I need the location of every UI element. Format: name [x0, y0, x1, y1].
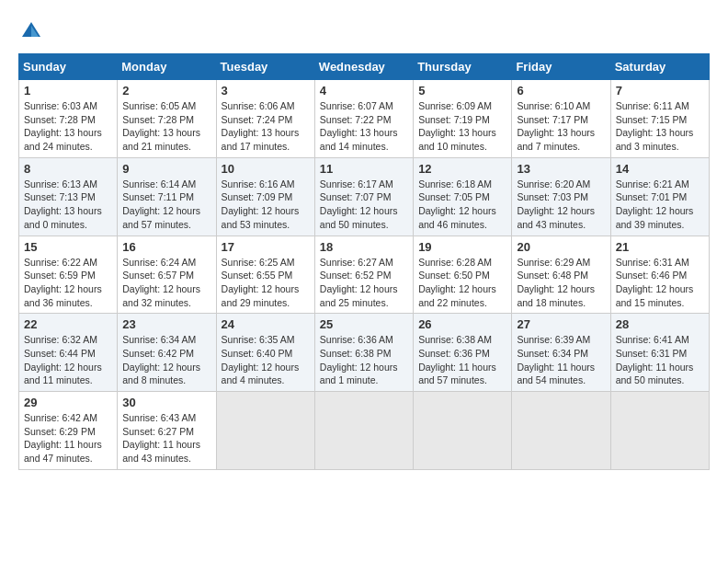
calendar-cell: 24 Sunrise: 6:35 AMSunset: 6:40 PMDaylig… — [216, 314, 314, 392]
calendar-cell: 14 Sunrise: 6:21 AMSunset: 7:01 PMDaylig… — [610, 157, 709, 236]
logo-icon — [18, 18, 44, 44]
day-number: 4 — [320, 84, 408, 98]
calendar-cell: 4 Sunrise: 6:07 AMSunset: 7:22 PMDayligh… — [314, 80, 413, 158]
day-detail: Sunrise: 6:34 AMSunset: 6:42 PMDaylight:… — [122, 334, 200, 385]
day-detail: Sunrise: 6:28 AMSunset: 6:50 PMDaylight:… — [418, 257, 496, 308]
calendar-cell: 10 Sunrise: 6:16 AMSunset: 7:09 PMDaylig… — [216, 157, 314, 236]
day-detail: Sunrise: 6:07 AMSunset: 7:22 PMDaylight:… — [320, 100, 398, 152]
day-detail: Sunrise: 6:39 AMSunset: 6:34 PMDaylight:… — [517, 334, 595, 385]
calendar-cell: 26 Sunrise: 6:38 AMSunset: 6:36 PMDaylig… — [414, 314, 512, 392]
day-number: 15 — [24, 240, 112, 254]
day-number: 17 — [222, 240, 310, 254]
day-number: 19 — [418, 240, 506, 254]
calendar-week-3: 15 Sunrise: 6:22 AMSunset: 6:59 PMDaylig… — [19, 236, 710, 314]
calendar-cell: 28 Sunrise: 6:41 AMSunset: 6:31 PMDaylig… — [610, 314, 709, 392]
day-detail: Sunrise: 6:10 AMSunset: 7:17 PMDaylight:… — [517, 100, 595, 152]
calendar-cell — [216, 392, 314, 470]
calendar-cell — [610, 392, 709, 470]
day-number: 12 — [418, 162, 506, 176]
day-detail: Sunrise: 6:21 AMSunset: 7:01 PMDaylight:… — [616, 178, 694, 230]
day-detail: Sunrise: 6:06 AMSunset: 7:24 PMDaylight:… — [222, 100, 300, 152]
day-detail: Sunrise: 6:41 AMSunset: 6:31 PMDaylight:… — [616, 334, 694, 385]
day-number: 8 — [24, 162, 112, 176]
calendar-body: 1 Sunrise: 6:03 AMSunset: 7:28 PMDayligh… — [19, 80, 710, 470]
day-number: 3 — [222, 84, 310, 98]
calendar-cell: 9 Sunrise: 6:14 AMSunset: 7:11 PMDayligh… — [118, 157, 216, 236]
calendar-week-2: 8 Sunrise: 6:13 AMSunset: 7:13 PMDayligh… — [19, 157, 710, 236]
day-detail: Sunrise: 6:03 AMSunset: 7:28 PMDaylight:… — [24, 100, 102, 152]
day-detail: Sunrise: 6:20 AMSunset: 7:03 PMDaylight:… — [517, 178, 595, 230]
calendar-cell: 6 Sunrise: 6:10 AMSunset: 7:17 PMDayligh… — [512, 80, 610, 158]
calendar-cell: 16 Sunrise: 6:24 AMSunset: 6:57 PMDaylig… — [118, 236, 216, 314]
day-number: 24 — [222, 317, 310, 331]
calendar-table: SundayMondayTuesdayWednesdayThursdayFrid… — [18, 53, 710, 470]
day-number: 30 — [122, 396, 210, 409]
day-detail: Sunrise: 6:24 AMSunset: 6:57 PMDaylight:… — [122, 257, 200, 308]
day-number: 14 — [616, 162, 704, 176]
calendar-cell: 5 Sunrise: 6:09 AMSunset: 7:19 PMDayligh… — [414, 80, 512, 158]
calendar-cell: 11 Sunrise: 6:17 AMSunset: 7:07 PMDaylig… — [314, 157, 413, 236]
calendar-header: SundayMondayTuesdayWednesdayThursdayFrid… — [19, 54, 710, 80]
calendar-cell: 13 Sunrise: 6:20 AMSunset: 7:03 PMDaylig… — [512, 157, 610, 236]
day-number: 21 — [616, 240, 704, 254]
day-number: 22 — [24, 317, 112, 331]
calendar-cell: 12 Sunrise: 6:18 AMSunset: 7:05 PMDaylig… — [414, 157, 512, 236]
day-number: 16 — [122, 240, 210, 254]
calendar-cell: 20 Sunrise: 6:29 AMSunset: 6:48 PMDaylig… — [512, 236, 610, 314]
calendar-cell: 18 Sunrise: 6:27 AMSunset: 6:52 PMDaylig… — [314, 236, 413, 314]
day-number: 2 — [122, 84, 210, 98]
weekday-header-friday: Friday — [512, 54, 610, 80]
day-detail: Sunrise: 6:29 AMSunset: 6:48 PMDaylight:… — [517, 257, 595, 308]
day-number: 11 — [320, 162, 408, 176]
weekday-header-sunday: Sunday — [19, 54, 118, 80]
calendar-cell: 17 Sunrise: 6:25 AMSunset: 6:55 PMDaylig… — [216, 236, 314, 314]
calendar-cell — [512, 392, 610, 470]
calendar-cell: 19 Sunrise: 6:28 AMSunset: 6:50 PMDaylig… — [414, 236, 512, 314]
calendar-cell: 22 Sunrise: 6:32 AMSunset: 6:44 PMDaylig… — [19, 314, 118, 392]
calendar-cell: 1 Sunrise: 6:03 AMSunset: 7:28 PMDayligh… — [19, 80, 118, 158]
calendar-cell: 21 Sunrise: 6:31 AMSunset: 6:46 PMDaylig… — [610, 236, 709, 314]
day-detail: Sunrise: 6:43 AMSunset: 6:27 PMDaylight:… — [122, 412, 200, 464]
calendar-week-4: 22 Sunrise: 6:32 AMSunset: 6:44 PMDaylig… — [19, 314, 710, 392]
day-number: 5 — [418, 84, 506, 98]
day-detail: Sunrise: 6:05 AMSunset: 7:28 PMDaylight:… — [122, 100, 200, 152]
weekday-header-saturday: Saturday — [610, 54, 709, 80]
day-detail: Sunrise: 6:31 AMSunset: 6:46 PMDaylight:… — [616, 257, 694, 308]
weekday-header-monday: Monday — [118, 54, 216, 80]
day-detail: Sunrise: 6:25 AMSunset: 6:55 PMDaylight:… — [222, 257, 300, 308]
day-number: 10 — [222, 162, 310, 176]
day-detail: Sunrise: 6:36 AMSunset: 6:38 PMDaylight:… — [320, 334, 398, 385]
calendar-cell: 23 Sunrise: 6:34 AMSunset: 6:42 PMDaylig… — [118, 314, 216, 392]
calendar-cell: 29 Sunrise: 6:42 AMSunset: 6:29 PMDaylig… — [19, 392, 118, 470]
calendar-cell: 25 Sunrise: 6:36 AMSunset: 6:38 PMDaylig… — [314, 314, 413, 392]
calendar-cell — [414, 392, 512, 470]
weekday-header-wednesday: Wednesday — [314, 54, 413, 80]
calendar-cell: 30 Sunrise: 6:43 AMSunset: 6:27 PMDaylig… — [118, 392, 216, 470]
day-number: 13 — [517, 162, 605, 176]
day-detail: Sunrise: 6:32 AMSunset: 6:44 PMDaylight:… — [24, 334, 102, 385]
day-detail: Sunrise: 6:11 AMSunset: 7:15 PMDaylight:… — [616, 100, 694, 152]
calendar-week-5: 29 Sunrise: 6:42 AMSunset: 6:29 PMDaylig… — [19, 392, 710, 470]
day-number: 23 — [122, 317, 210, 331]
day-number: 7 — [616, 84, 704, 98]
logo — [18, 18, 48, 44]
day-detail: Sunrise: 6:27 AMSunset: 6:52 PMDaylight:… — [320, 257, 398, 308]
weekday-header-tuesday: Tuesday — [216, 54, 314, 80]
day-detail: Sunrise: 6:38 AMSunset: 6:36 PMDaylight:… — [418, 334, 496, 385]
day-detail: Sunrise: 6:17 AMSunset: 7:07 PMDaylight:… — [320, 178, 398, 230]
calendar-cell: 27 Sunrise: 6:39 AMSunset: 6:34 PMDaylig… — [512, 314, 610, 392]
day-detail: Sunrise: 6:35 AMSunset: 6:40 PMDaylight:… — [222, 334, 300, 385]
day-number: 1 — [24, 84, 112, 98]
day-detail: Sunrise: 6:09 AMSunset: 7:19 PMDaylight:… — [418, 100, 496, 152]
day-number: 6 — [517, 84, 605, 98]
day-number: 20 — [517, 240, 605, 254]
calendar-cell: 7 Sunrise: 6:11 AMSunset: 7:15 PMDayligh… — [610, 80, 709, 158]
calendar-cell: 3 Sunrise: 6:06 AMSunset: 7:24 PMDayligh… — [216, 80, 314, 158]
day-detail: Sunrise: 6:18 AMSunset: 7:05 PMDaylight:… — [418, 178, 496, 230]
calendar-cell: 2 Sunrise: 6:05 AMSunset: 7:28 PMDayligh… — [118, 80, 216, 158]
day-detail: Sunrise: 6:13 AMSunset: 7:13 PMDaylight:… — [24, 178, 102, 230]
calendar-cell: 8 Sunrise: 6:13 AMSunset: 7:13 PMDayligh… — [19, 157, 118, 236]
day-detail: Sunrise: 6:16 AMSunset: 7:09 PMDaylight:… — [222, 178, 300, 230]
day-number: 25 — [320, 317, 408, 331]
weekday-header-row: SundayMondayTuesdayWednesdayThursdayFrid… — [19, 54, 710, 80]
